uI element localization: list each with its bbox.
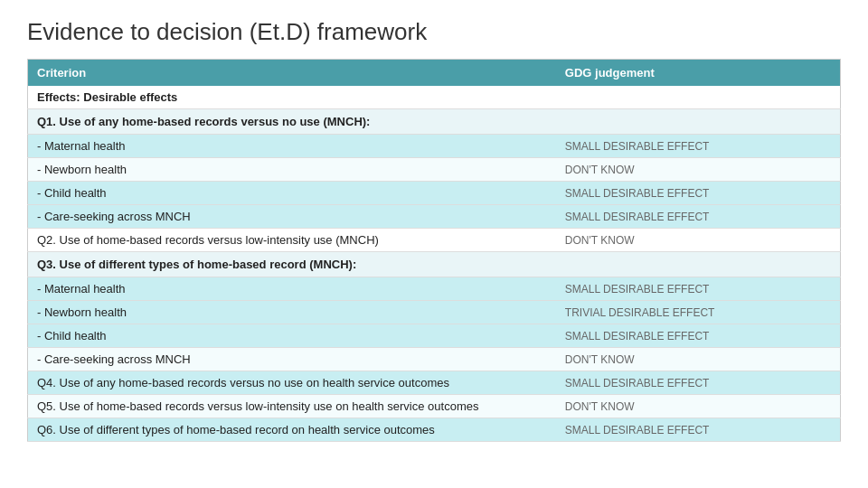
- table-row: Q6. Use of different types of home-based…: [28, 418, 841, 442]
- judgment-cell: SMALL DESIRABLE EFFECT: [556, 205, 841, 229]
- judgment-cell: SMALL DESIRABLE EFFECT: [556, 135, 841, 158]
- judgment-cell: TRIVIAL DESIRABLE EFFECT: [556, 301, 841, 324]
- judgment-cell: [556, 252, 841, 277]
- table-row: - Care-seeking across MNCHSMALL DESIRABL…: [28, 205, 841, 229]
- table-row: - Child healthSMALL DESIRABLE EFFECT: [28, 182, 841, 205]
- judgment-cell: DON'T KNOW: [556, 395, 841, 418]
- table-row: Q1. Use of any home-based records versus…: [28, 109, 841, 135]
- judgment-cell: DON'T KNOW: [556, 229, 841, 252]
- col-criterion-header: Criterion: [28, 60, 556, 87]
- criterion-cell: Q4. Use of any home-based records versus…: [28, 371, 556, 395]
- criterion-cell: - Newborn health: [28, 301, 556, 324]
- criterion-cell: Q5. Use of home-based records versus low…: [28, 395, 556, 418]
- criterion-cell: Q3. Use of different types of home-based…: [28, 252, 556, 277]
- judgment-cell: SMALL DESIRABLE EFFECT: [556, 324, 841, 348]
- table-row: - Maternal healthSMALL DESIRABLE EFFECT: [28, 277, 841, 301]
- table-row: Q2. Use of home-based records versus low…: [28, 229, 841, 252]
- criterion-cell: - Care-seeking across MNCH: [28, 348, 556, 371]
- table-row: Q3. Use of different types of home-based…: [28, 252, 841, 277]
- criterion-cell: - Maternal health: [28, 277, 556, 301]
- table-row: - Newborn healthTRIVIAL DESIRABLE EFFECT: [28, 301, 841, 324]
- judgment-cell: DON'T KNOW: [556, 348, 841, 371]
- criterion-cell: Q1. Use of any home-based records versus…: [28, 109, 556, 135]
- judgment-cell: SMALL DESIRABLE EFFECT: [556, 418, 841, 442]
- judgment-cell: [556, 109, 841, 135]
- judgment-cell: DON'T KNOW: [556, 158, 841, 182]
- table-row: Q4. Use of any home-based records versus…: [28, 371, 841, 395]
- table-row: Effects: Desirable effects: [28, 86, 841, 109]
- judgment-cell: SMALL DESIRABLE EFFECT: [556, 277, 841, 301]
- criterion-cell: Effects: Desirable effects: [28, 86, 556, 109]
- table-row: - Maternal healthSMALL DESIRABLE EFFECT: [28, 135, 841, 158]
- judgment-cell: SMALL DESIRABLE EFFECT: [556, 371, 841, 395]
- criterion-cell: - Child health: [28, 182, 556, 205]
- judgment-cell: [556, 86, 841, 109]
- col-judgment-header: GDG judgement: [556, 60, 841, 87]
- table-row: - Care-seeking across MNCHDON'T KNOW: [28, 348, 841, 371]
- criterion-cell: - Newborn health: [28, 158, 556, 182]
- criterion-cell: - Maternal health: [28, 135, 556, 158]
- judgment-cell: SMALL DESIRABLE EFFECT: [556, 182, 841, 205]
- criterion-cell: - Child health: [28, 324, 556, 348]
- criterion-cell: Q6. Use of different types of home-based…: [28, 418, 556, 442]
- table-row: - Child healthSMALL DESIRABLE EFFECT: [28, 324, 841, 348]
- etd-framework-table: Criterion GDG judgement Effects: Desirab…: [27, 59, 841, 442]
- criterion-cell: - Care-seeking across MNCH: [28, 205, 556, 229]
- page-title: Evidence to decision (Et.D) framework: [27, 18, 841, 46]
- table-row: Q5. Use of home-based records versus low…: [28, 395, 841, 418]
- table-row: - Newborn healthDON'T KNOW: [28, 158, 841, 182]
- criterion-cell: Q2. Use of home-based records versus low…: [28, 229, 556, 252]
